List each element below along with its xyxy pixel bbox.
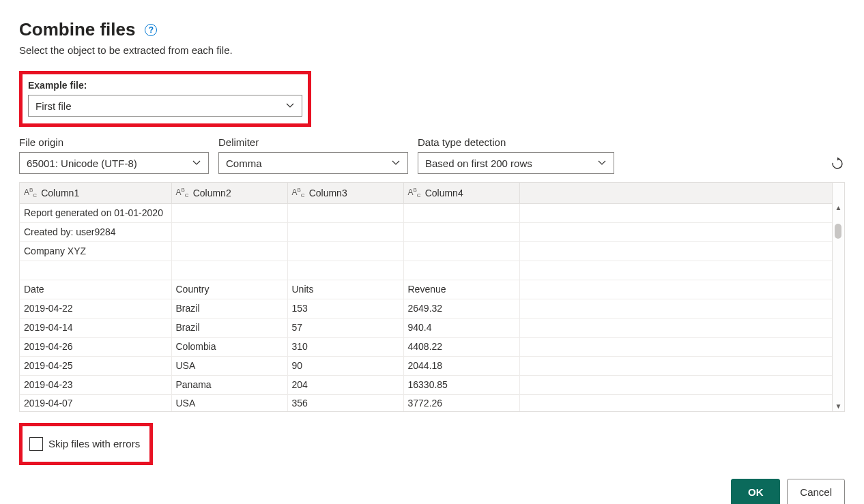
table-row: 2019-04-23Panama20416330.85 xyxy=(20,375,832,394)
table-cell: Units xyxy=(287,280,403,299)
table-cell: 356 xyxy=(287,394,403,411)
table-cell-filler xyxy=(519,299,832,318)
chevron-down-icon xyxy=(285,101,295,110)
table-cell-filler xyxy=(519,318,832,337)
column-header-label: Column1 xyxy=(41,188,79,198)
table-cell: 940.4 xyxy=(403,318,519,337)
table-cell: 2649.32 xyxy=(403,299,519,318)
table-cell: 153 xyxy=(287,299,403,318)
table-cell: 2019-04-23 xyxy=(20,375,171,394)
scrollbar[interactable]: ▲ ▼ xyxy=(833,182,845,412)
table-cell xyxy=(403,222,519,241)
table-cell: Brazil xyxy=(171,299,287,318)
table-cell-filler xyxy=(519,222,832,241)
column-header-label: Column3 xyxy=(309,188,347,198)
table-cell xyxy=(171,222,287,241)
column-header[interactable]: ABCColumn3 xyxy=(287,183,403,203)
delimiter-dropdown[interactable]: Comma xyxy=(218,152,408,174)
table-cell: Created by: user9284 xyxy=(20,222,171,241)
table-row: 2019-04-14Brazil57940.4 xyxy=(20,318,832,337)
table-cell xyxy=(287,222,403,241)
skip-errors-highlight: Skip files with errors xyxy=(19,423,153,465)
refresh-icon[interactable] xyxy=(830,156,845,171)
table-cell xyxy=(287,241,403,261)
table-cell-filler xyxy=(519,261,832,280)
table-row: Report generated on 01-01-2020 xyxy=(20,203,832,222)
column-header-label: Column4 xyxy=(425,188,463,198)
scroll-up-icon[interactable]: ▲ xyxy=(833,203,844,213)
datatype-abc-icon: ABC xyxy=(176,187,189,198)
file-origin-value: 65001: Unicode (UTF-8) xyxy=(27,158,137,169)
table-cell: 2019-04-07 xyxy=(20,394,171,411)
table-cell: Colombia xyxy=(171,337,287,356)
table-cell: 3772.26 xyxy=(403,394,519,411)
table-cell xyxy=(171,203,287,222)
example-file-dropdown[interactable]: First file xyxy=(28,95,302,117)
table-cell xyxy=(403,261,519,280)
table-cell: Report generated on 01-01-2020 xyxy=(20,203,171,222)
table-cell-filler xyxy=(519,375,832,394)
cancel-button[interactable]: Cancel xyxy=(787,479,845,505)
table-cell: 204 xyxy=(287,375,403,394)
table-cell: USA xyxy=(171,356,287,375)
table-row: Created by: user9284 xyxy=(20,222,832,241)
table-cell xyxy=(403,241,519,261)
table-row: 2019-04-22Brazil1532649.32 xyxy=(20,299,832,318)
table-cell-filler xyxy=(519,280,832,299)
detection-dropdown[interactable]: Based on first 200 rows xyxy=(418,152,614,174)
dialog-title: Combine files xyxy=(19,19,135,40)
table-cell-filler xyxy=(519,337,832,356)
table-cell: 2019-04-14 xyxy=(20,318,171,337)
table-cell-filler xyxy=(519,241,832,261)
table-row xyxy=(20,261,832,280)
scroll-thumb[interactable] xyxy=(835,224,841,239)
table-cell-filler xyxy=(519,356,832,375)
table-cell: 310 xyxy=(287,337,403,356)
table-cell: 16330.85 xyxy=(403,375,519,394)
table-row: 2019-04-25USA902044.18 xyxy=(20,356,832,375)
table-cell: Revenue xyxy=(403,280,519,299)
table-row: DateCountryUnitsRevenue xyxy=(20,280,832,299)
skip-errors-label: Skip files with errors xyxy=(48,438,140,449)
datatype-abc-icon: ABC xyxy=(408,187,421,198)
table-cell-filler xyxy=(519,394,832,411)
table-cell: Company XYZ xyxy=(20,241,171,261)
table-cell: Country xyxy=(171,280,287,299)
help-icon[interactable]: ? xyxy=(145,24,157,36)
table-cell: 2044.18 xyxy=(403,356,519,375)
table-cell: Brazil xyxy=(171,318,287,337)
table-cell xyxy=(403,203,519,222)
detection-label: Data type detection xyxy=(418,136,614,148)
table-cell xyxy=(171,241,287,261)
delimiter-value: Comma xyxy=(226,158,262,169)
skip-errors-checkbox[interactable] xyxy=(29,437,43,451)
table-row: Company XYZ xyxy=(20,241,832,261)
table-cell: USA xyxy=(171,394,287,411)
table-cell: Panama xyxy=(171,375,287,394)
chevron-down-icon xyxy=(597,158,607,168)
delimiter-label: Delimiter xyxy=(218,136,408,148)
table-cell xyxy=(171,261,287,280)
scroll-down-icon[interactable]: ▼ xyxy=(833,402,844,411)
table-cell: 90 xyxy=(287,356,403,375)
example-file-label: Example file: xyxy=(28,80,302,91)
column-header[interactable]: ABCColumn1 xyxy=(20,183,171,203)
column-header-filler xyxy=(519,183,832,203)
datatype-abc-icon: ABC xyxy=(24,187,37,198)
detection-value: Based on first 200 rows xyxy=(425,158,532,169)
table-cell: 2019-04-26 xyxy=(20,337,171,356)
chevron-down-icon xyxy=(391,158,401,168)
file-origin-dropdown[interactable]: 65001: Unicode (UTF-8) xyxy=(19,152,209,174)
table-cell: 57 xyxy=(287,318,403,337)
column-header[interactable]: ABCColumn2 xyxy=(171,183,287,203)
delimiter-field: Delimiter Comma xyxy=(218,136,408,174)
file-origin-label: File origin xyxy=(19,136,209,148)
table-cell xyxy=(287,203,403,222)
table-cell-filler xyxy=(519,203,832,222)
example-file-value: First file xyxy=(35,100,72,112)
table-cell xyxy=(20,261,171,280)
scroll-track[interactable] xyxy=(833,213,844,402)
table-row: 2019-04-07USA3563772.26 xyxy=(20,394,832,411)
ok-button[interactable]: OK xyxy=(731,479,780,505)
column-header[interactable]: ABCColumn4 xyxy=(403,183,519,203)
